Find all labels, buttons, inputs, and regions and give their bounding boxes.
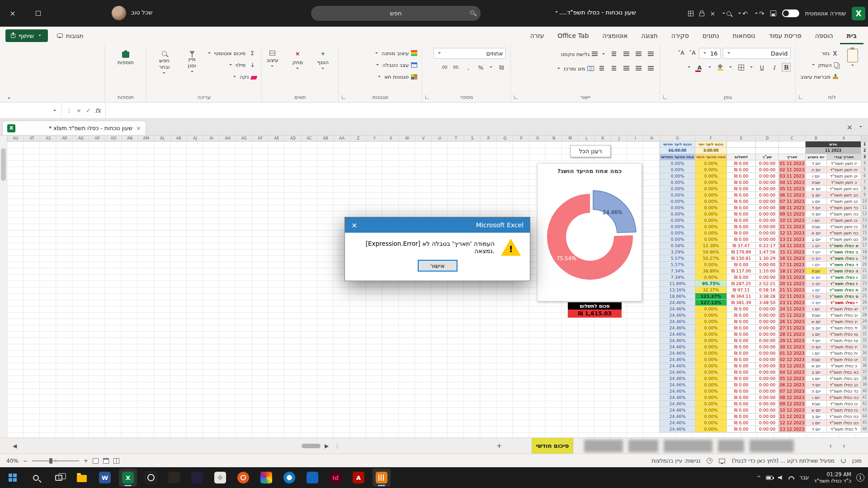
hebrew-date-cell[interactable]: יח כסלו תשפ"ד <box>826 350 861 357</box>
language-indicator[interactable]: עבר <box>799 474 809 481</box>
weekday-cell[interactable]: שבת <box>805 179 826 186</box>
monthly-percent-cell[interactable]: 24.46% <box>660 357 695 363</box>
hebrew-date-cell[interactable]: כ חשון תשפ"ד <box>826 179 861 186</box>
daily-percent-cell[interactable]: 0.00% <box>695 224 726 230</box>
header-monthly-percent[interactable]: אחוז מהיעד החודשי <box>660 154 695 160</box>
new-label-cell[interactable]: חדש <box>805 141 861 148</box>
row-header[interactable]: 39 <box>861 382 868 388</box>
row-header[interactable]: 25 <box>861 293 868 300</box>
daily-percent-cell[interactable]: 0.00% <box>695 306 726 312</box>
monthly-percent-cell[interactable]: 0.00% <box>660 173 695 179</box>
row-header[interactable]: 27 <box>861 306 868 312</box>
taskbar-app[interactable] <box>142 469 160 487</box>
daily-target-value-cell[interactable]: 3:00:00 <box>695 148 726 154</box>
daily-percent-cell[interactable]: 0.00% <box>695 173 726 179</box>
weekday-cell[interactable]: יום ד <box>805 249 826 255</box>
weekday-cell[interactable]: יום ו <box>805 350 826 357</box>
comments-button[interactable]: תגובות <box>52 29 88 42</box>
hours-cell[interactable]: 2:52:21 <box>755 281 778 287</box>
column-header[interactable]: I <box>627 136 643 141</box>
weekday-cell[interactable]: יום ב <box>805 281 826 287</box>
date-cell[interactable]: 26 11 2023 <box>778 319 805 325</box>
date-cell[interactable]: 12 11 2023 <box>778 230 805 236</box>
taskbar-app[interactable] <box>257 469 275 487</box>
hebrew-date-cell[interactable]: יד כסלו תשפ"ד <box>826 325 861 331</box>
monthly-percent-cell[interactable]: 24.46% <box>660 306 695 312</box>
dialog-close-button[interactable]: × <box>351 221 357 230</box>
monthly-percent-cell[interactable]: 18.66% <box>660 293 695 300</box>
network-icon[interactable] <box>788 476 794 479</box>
sheet-tab-active[interactable]: סיכום חודשי <box>532 438 573 454</box>
insert-function-button[interactable]: fx <box>95 107 101 114</box>
hebrew-date-cell[interactable]: כט כסלו תשפ"ד <box>826 420 861 426</box>
date-cell[interactable]: 04 11 2023 <box>778 179 805 186</box>
autosum-button[interactable]: Σסיכום אוטומטי <box>207 48 257 58</box>
taskbar-app[interactable] <box>188 469 206 487</box>
empty-cell[interactable] <box>726 148 755 154</box>
hebrew-date-cell[interactable]: ט כסלו תשפ"ד <box>826 293 861 300</box>
daily-percent-cell[interactable]: 95.75% <box>695 281 726 287</box>
date-cell[interactable]: 23 11 2023 <box>778 300 805 306</box>
date-cell[interactable]: 03 12 2023 <box>778 363 805 369</box>
taskbar-app[interactable] <box>234 469 252 487</box>
column-header[interactable]: K <box>594 136 611 141</box>
normal-view-button[interactable] <box>93 458 99 464</box>
ribbon-tab[interactable]: Office Tab <box>551 27 595 44</box>
ribbon-tab[interactable]: נתונים <box>696 27 726 44</box>
column-header[interactable]: T <box>448 136 464 141</box>
monthly-percent-cell[interactable]: 24.46% <box>660 363 695 369</box>
blurred-sheet-tabs[interactable] <box>584 440 805 452</box>
daily-percent-cell[interactable]: 0.00% <box>695 420 726 426</box>
date-cell[interactable]: 10 11 2023 <box>778 217 805 224</box>
column-header[interactable]: M <box>562 136 578 141</box>
addins-button[interactable]: תוספות <box>115 48 137 92</box>
row-header[interactable]: 36 <box>861 363 868 369</box>
splitter-icon[interactable]: ⋮ <box>335 438 340 454</box>
row-header[interactable]: 44 <box>861 413 868 420</box>
pay-cell[interactable]: ₪ 0.00 <box>726 217 755 224</box>
hebrew-date-cell[interactable]: כח חשון תשפ"ד <box>826 230 861 236</box>
borders-button[interactable] <box>736 63 745 72</box>
header-hours[interactable]: שע"כ <box>755 154 778 160</box>
row-header[interactable]: 7 <box>861 179 868 186</box>
column-header[interactable]: Y <box>366 136 382 141</box>
row-header[interactable]: 42 <box>861 401 868 407</box>
hours-cell[interactable]: 0:00:00 <box>755 306 778 312</box>
refresh-all-button[interactable]: רענן הכל <box>570 145 611 157</box>
pay-cell[interactable]: ₪ 0.00 <box>726 375 755 382</box>
insert-cells-button[interactable]: +הוסף <box>312 48 334 92</box>
align-middle-button[interactable] <box>634 50 643 59</box>
hours-cell[interactable]: 3:48:50 <box>755 300 778 306</box>
row-header[interactable]: 13 <box>861 217 868 224</box>
tray-expand-chevron[interactable]: ^ <box>757 475 761 481</box>
daily-percent-cell[interactable]: 0.00% <box>695 160 726 167</box>
date-cell[interactable]: 28 11 2023 <box>778 331 805 338</box>
weekday-cell[interactable]: שבת <box>805 357 826 363</box>
conditional-formatting-button[interactable]: עיצוב מותנה <box>343 48 417 58</box>
hebrew-date-cell[interactable]: כז כסלו תשפ"ד <box>826 407 861 413</box>
daily-percent-cell[interactable]: 0.00% <box>695 167 726 173</box>
date-cell[interactable]: 16 11 2023 <box>778 255 805 262</box>
pay-cell[interactable]: ₪ 97.11 <box>726 287 755 293</box>
decrease-decimal-button[interactable]: 00. <box>439 63 448 72</box>
pay-cell[interactable]: ₪ 0.00 <box>726 426 755 432</box>
fill-button[interactable]: ↓מילוי <box>207 60 257 70</box>
close-doc-button[interactable]: × <box>710 10 716 17</box>
daily-percent-cell[interactable]: 0.00% <box>695 312 726 319</box>
daily-percent-cell[interactable]: 0.00% <box>695 331 726 338</box>
hours-cell[interactable]: 1:10:00 <box>755 268 778 274</box>
vertical-scrollbar[interactable] <box>0 136 7 437</box>
hours-cell[interactable]: 0:00:00 <box>755 350 778 357</box>
daily-percent-cell[interactable]: 121.37% <box>695 293 726 300</box>
pay-cell[interactable]: ₪ 0.00 <box>726 357 755 363</box>
daily-percent-cell[interactable]: 0.00% <box>695 401 726 407</box>
payment-summary[interactable]: סכום לתשלום ₪ 1,615.03 <box>568 302 622 318</box>
date-cell[interactable]: 17 11 2023 <box>778 262 805 268</box>
monthly-percent-cell[interactable]: 24.46% <box>660 350 695 357</box>
date-cell[interactable]: 07 11 2023 <box>778 198 805 205</box>
monthly-percent-cell[interactable]: 0.00% <box>660 230 695 236</box>
monthly-percent-cell[interactable]: 24.46% <box>660 300 695 306</box>
row-header[interactable]: 18 <box>861 249 868 255</box>
weekday-cell[interactable]: יום ה <box>805 300 826 306</box>
weekday-cell[interactable]: יום א <box>805 363 826 369</box>
